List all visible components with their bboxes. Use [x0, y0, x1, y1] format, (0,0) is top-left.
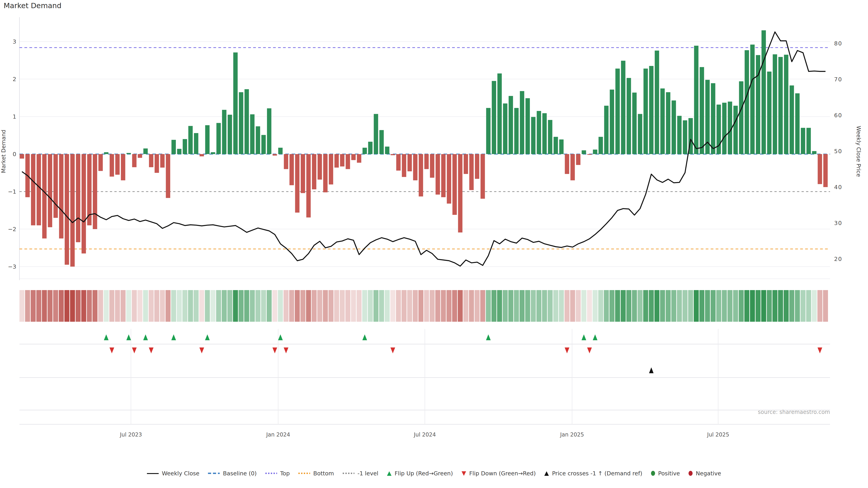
heatmap-cell: [643, 290, 648, 322]
demand-bar: [795, 93, 800, 154]
demand-bar: [172, 140, 176, 154]
heatmap-cell: [531, 290, 536, 322]
heatmap-cell: [520, 290, 525, 322]
heatmap-cell: [345, 290, 350, 322]
legend-item: Price crosses -1 ↑ (Demand ref): [544, 470, 642, 477]
flip-down-marker: [587, 348, 592, 353]
heatmap-cell: [660, 290, 665, 322]
demand-bar: [59, 154, 63, 238]
left-axis-tick: 1: [13, 113, 16, 120]
right-axis-tick: 60: [834, 112, 842, 119]
legend-label: Flip Up (Red→Green): [395, 470, 453, 477]
legend-tri-down-icon: [462, 471, 466, 476]
heatmap-cell: [255, 290, 260, 322]
heatmap-cell: [20, 290, 24, 322]
demand-bar: [127, 153, 131, 154]
demand-bar: [762, 30, 766, 154]
heatmap-cell: [716, 290, 721, 322]
weekly-close-line: [22, 32, 826, 266]
demand-bar: [644, 69, 648, 154]
demand-bar: [677, 116, 682, 154]
heatmap-cell: [452, 290, 457, 322]
demand-bar: [216, 123, 221, 154]
demand-bar: [289, 154, 294, 185]
demand-bar: [531, 117, 535, 154]
demand-bar: [104, 152, 108, 154]
heatmap-cell: [317, 290, 322, 322]
demand-bar: [767, 72, 772, 154]
demand-bar: [37, 154, 41, 225]
legend-item: Positive: [651, 470, 680, 477]
legend-item: Bottom: [298, 470, 334, 477]
demand-bar: [312, 154, 316, 189]
legend-label: Flip Down (Green→Red): [469, 470, 536, 477]
demand-bar: [778, 57, 782, 154]
demand-bar: [700, 67, 704, 154]
demand-bar: [70, 154, 74, 267]
heatmap-cell: [87, 290, 92, 322]
heatmap-cell: [312, 290, 317, 322]
x-axis-tick: Jul 2025: [707, 431, 729, 438]
heatmap-cell: [351, 290, 356, 322]
heatmap-cell: [598, 290, 603, 322]
legend-item: Negative: [688, 470, 721, 477]
heatmap-cell: [401, 290, 406, 322]
demand-bar: [745, 50, 749, 154]
demand-bar: [301, 154, 305, 193]
page-scaler: Market Demand Market Demand Weekly Close…: [0, 0, 868, 488]
legend-label: Baseline (0): [223, 470, 256, 477]
demand-bar: [98, 154, 103, 171]
demand-bar: [660, 89, 664, 154]
demand-bar: [441, 154, 445, 197]
heatmap-cell: [424, 290, 429, 322]
demand-bar: [278, 148, 283, 154]
x-axis-tick: Jul 2024: [413, 431, 436, 438]
heatmap-cell: [323, 290, 328, 322]
heatmap-cell: [503, 290, 508, 322]
legend-item: Flip Up (Red→Green): [387, 470, 453, 477]
heatmap-cell: [778, 290, 783, 322]
demand-bar: [424, 154, 429, 169]
heatmap-cell: [677, 290, 682, 322]
source-caption: source: sharemaestro.com: [758, 409, 830, 415]
demand-bar: [115, 154, 120, 175]
demand-bar: [627, 78, 631, 154]
flip-down-marker: [110, 348, 114, 353]
heatmap-cell: [666, 290, 671, 322]
heatmap-cell: [227, 290, 232, 322]
heatmap-cell: [407, 290, 412, 322]
demand-bar: [284, 154, 288, 169]
market-demand-dashboard: Market Demand Market Demand Weekly Close…: [0, 0, 868, 488]
flip-down-marker: [284, 348, 288, 353]
heatmap-cell: [137, 290, 143, 322]
heatmap-cell: [306, 290, 311, 322]
heatmap-cell: [25, 290, 30, 322]
heatmap-cell: [739, 290, 744, 322]
flip-up-marker: [582, 334, 586, 340]
heatmap-cell: [160, 290, 165, 322]
flip-up-marker: [171, 334, 176, 340]
heatmap-cell: [430, 290, 435, 322]
heatmap-cell: [81, 290, 86, 322]
heatmap-cell: [391, 290, 395, 322]
left-axis-tick: −1: [8, 188, 16, 195]
heatmap-cell: [564, 290, 569, 322]
demand-bar: [351, 154, 355, 160]
heatmap-cell: [154, 290, 159, 322]
demand-bar: [357, 154, 361, 163]
demand-bar: [559, 139, 563, 154]
flip-down-marker: [272, 348, 277, 353]
demand-bar: [503, 103, 507, 154]
demand-bar: [458, 154, 462, 232]
demand-bar: [582, 150, 586, 154]
heatmap-cell: [283, 290, 288, 322]
heatmap-cell: [239, 290, 244, 322]
right-axis-tick: 20: [834, 256, 842, 262]
heatmap-cell: [553, 290, 558, 322]
heatmap-cell: [199, 290, 204, 322]
heatmap-cell: [216, 290, 221, 322]
legend-dot-line-icon: [342, 473, 354, 474]
heatmap-cell: [722, 290, 727, 322]
demand-bar: [121, 154, 125, 180]
heatmap-cell: [53, 290, 58, 322]
